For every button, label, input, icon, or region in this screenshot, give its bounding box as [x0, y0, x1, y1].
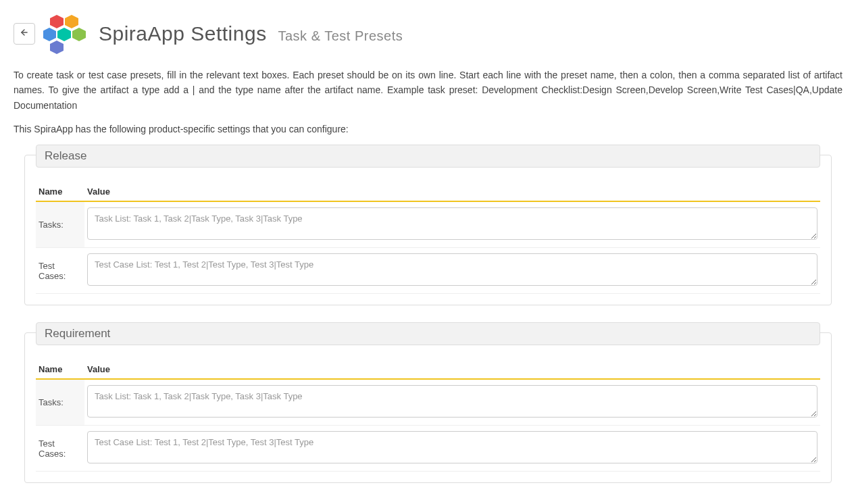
page-title: SpiraApp Settings Task & Test Presets [99, 22, 403, 45]
svg-marker-3 [43, 28, 56, 41]
row-label: Tasks: [36, 201, 84, 248]
table-row: Test Cases: [36, 248, 820, 294]
description-text: To create task or test case presets, fil… [14, 68, 842, 113]
svg-marker-4 [57, 28, 71, 41]
release-section: Release Name Value Tasks: Test Cases: [24, 155, 832, 305]
back-button[interactable] [14, 23, 35, 45]
row-label: Test Cases: [36, 248, 84, 294]
page-subtitle: Task & Test Presets [278, 28, 403, 43]
release-tasks-input[interactable] [87, 207, 817, 240]
table-row: Test Cases: [36, 426, 820, 472]
row-label: Test Cases: [36, 426, 84, 472]
requirement-section: Requirement Name Value Tasks: Test Cases… [24, 332, 832, 483]
requirement-tasks-input[interactable] [87, 385, 817, 418]
release-settings-table: Name Value Tasks: Test Cases: [36, 182, 820, 294]
release-testcases-input[interactable] [87, 253, 817, 286]
table-row: Tasks: [36, 379, 820, 426]
page-header: SpiraApp Settings Task & Test Presets [14, 14, 842, 54]
column-header-value: Value [84, 360, 820, 379]
svg-marker-5 [72, 28, 86, 41]
svg-marker-2 [65, 15, 78, 28]
requirement-legend: Requirement [36, 322, 820, 345]
page-title-text: SpiraApp Settings [99, 22, 267, 45]
requirement-settings-table: Name Value Tasks: Test Cases: [36, 360, 820, 472]
arrow-left-icon [20, 28, 29, 40]
column-header-name: Name [36, 182, 84, 201]
table-row: Tasks: [36, 201, 820, 248]
column-header-name: Name [36, 360, 84, 379]
release-legend: Release [36, 145, 820, 168]
spira-logo-icon [43, 14, 91, 54]
svg-marker-6 [50, 41, 64, 54]
subdescription-text: This SpiraApp has the following product-… [14, 124, 842, 134]
svg-marker-1 [50, 15, 64, 28]
column-header-value: Value [84, 182, 820, 201]
row-label: Tasks: [36, 379, 84, 426]
requirement-testcases-input[interactable] [87, 431, 817, 463]
